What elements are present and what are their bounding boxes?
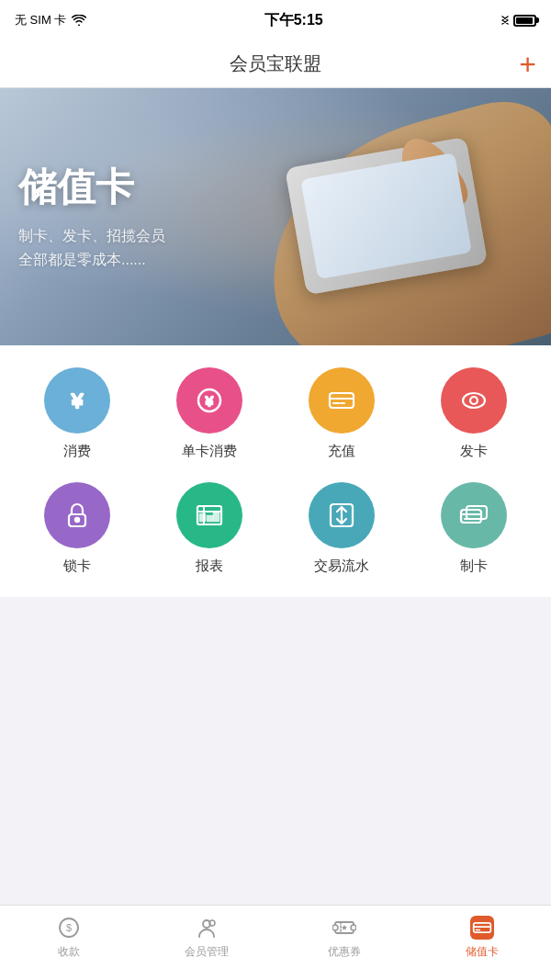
make-card-label: 制卡 (460, 558, 488, 575)
issue-card-label: 发卡 (460, 443, 488, 460)
hand-shape (241, 88, 551, 345)
report-label: 报表 (196, 558, 223, 575)
tab-stored-card[interactable]: 储值卡 (413, 915, 551, 960)
finger-2 (390, 128, 476, 221)
consume-label: 消费 (63, 443, 91, 460)
cashier-tab-label: 收款 (58, 944, 80, 960)
status-bar: 无 SIM 卡 下午5:15 (0, 0, 551, 40)
menu-item-make-card[interactable]: 制卡 (411, 482, 536, 575)
lock-card-icon-bg (44, 482, 110, 548)
svg-rect-20 (467, 506, 487, 519)
lock-card-label: 锁卡 (63, 558, 91, 575)
svg-text:¥: ¥ (71, 389, 84, 412)
tab-cashier[interactable]: $ 收款 (0, 915, 138, 960)
eye-icon (457, 384, 490, 417)
chart-icon (193, 499, 226, 532)
coupon-tab-label: 优惠券 (328, 944, 361, 960)
consume-icon-bg: ¥ (44, 367, 110, 434)
issue-card-icon-bg (441, 367, 507, 434)
menu-item-recharge[interactable]: 充值 (279, 367, 404, 460)
svg-rect-16 (214, 513, 219, 521)
card-icon (325, 384, 358, 417)
coupon-tab-icon (332, 915, 357, 941)
transfer-icon (325, 499, 358, 532)
svg-text:$: $ (66, 922, 72, 933)
bluetooth-icon (500, 13, 510, 28)
nav-bar: 会员宝联盟 + (0, 40, 551, 88)
svg-rect-14 (200, 514, 205, 521)
svg-rect-3 (330, 393, 354, 408)
single-consume-icon-bg: ¥ (176, 367, 242, 434)
stored-card-tab-icon (469, 915, 495, 941)
transactions-icon-bg (309, 482, 375, 548)
svg-text:¥: ¥ (205, 394, 213, 409)
banner-text: 储值卡 制卡、发卡、招揽会员全部都是零成本...... (0, 88, 257, 345)
svg-rect-19 (461, 510, 481, 523)
svg-point-8 (470, 397, 478, 404)
tab-bar: $ 收款 会员管理 优惠券 (0, 905, 551, 980)
make-card-icon-bg (441, 482, 507, 548)
status-time: 下午5:15 (264, 11, 323, 30)
report-icon-bg (176, 482, 242, 548)
svg-point-28 (332, 925, 338, 930)
svg-point-10 (75, 518, 79, 522)
member-icon (195, 916, 219, 940)
sim-status: 无 SIM 卡 (15, 12, 66, 28)
menu-item-report[interactable]: 报表 (147, 482, 272, 575)
cards-icon (457, 499, 490, 532)
menu-item-transactions[interactable]: 交易流水 (279, 482, 404, 575)
lock-icon (61, 499, 94, 532)
yen-circle-icon: ¥ (193, 384, 226, 417)
yen-icon: ¥ (61, 384, 94, 417)
status-right (500, 13, 536, 28)
coupon-icon (332, 916, 356, 940)
menu-item-consume[interactable]: ¥ 消费 (15, 367, 140, 460)
single-consume-label: 单卡消费 (182, 443, 237, 460)
wifi-icon (72, 15, 86, 26)
svg-point-7 (463, 393, 485, 408)
menu-grid: ¥ 消费 ¥ 单卡消费 充值 (0, 345, 551, 597)
menu-item-single-consume[interactable]: ¥ 单卡消费 (147, 367, 272, 460)
stored-card-icon (470, 916, 494, 940)
cashier-icon: $ (57, 916, 81, 940)
recharge-icon-bg (309, 367, 375, 434)
status-left: 无 SIM 卡 (15, 12, 86, 28)
add-button[interactable]: + (519, 50, 536, 79)
transactions-label: 交易流水 (314, 558, 369, 575)
menu-item-issue-card[interactable]: 发卡 (411, 367, 536, 460)
svg-point-29 (351, 925, 356, 930)
member-tab-icon (194, 915, 219, 941)
nav-title: 会员宝联盟 (230, 51, 321, 76)
recharge-label: 充值 (328, 443, 355, 460)
finger-1 (349, 152, 450, 253)
tab-coupon[interactable]: 优惠券 (276, 915, 413, 960)
battery-icon (513, 15, 536, 27)
banner-subtitle: 制卡、发卡、招揽会员全部都是零成本...... (18, 224, 239, 271)
banner: 储值卡 制卡、发卡、招揽会员全部都是零成本...... (0, 88, 551, 345)
menu-item-lock-card[interactable]: 锁卡 (15, 482, 140, 575)
stored-card-tab-label: 储值卡 (466, 944, 499, 960)
banner-title: 储值卡 (18, 162, 239, 213)
member-tab-label: 会员管理 (185, 944, 229, 960)
cashier-tab-icon: $ (56, 915, 82, 941)
svg-rect-15 (208, 516, 212, 521)
tab-member[interactable]: 会员管理 (138, 915, 276, 960)
